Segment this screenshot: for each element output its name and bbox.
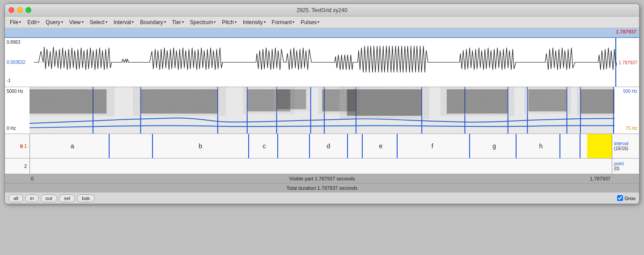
tier2-right-labels: point (0) xyxy=(612,159,639,174)
tier1-icon: 🗎 xyxy=(19,143,24,149)
boundary-11[interactable] xyxy=(559,134,560,158)
svg-rect-28 xyxy=(140,89,217,113)
tier2-content[interactable] xyxy=(30,159,612,174)
menu-pulses[interactable]: Pulses▾ xyxy=(297,18,322,27)
btn-all[interactable]: all xyxy=(8,194,23,202)
tier1-right-labels: interval (16/16) xyxy=(612,134,639,158)
traffic-lights xyxy=(8,7,31,13)
tier2-right-blue: point xyxy=(614,161,624,166)
visible-part: Visible part 1.787937 seconds xyxy=(289,176,355,181)
amplitude-bottom: -1 xyxy=(7,78,11,83)
tier2-right-black: (0) xyxy=(614,166,619,171)
window-title: 2925. TextGrid xy240 xyxy=(297,7,347,13)
menu-edit[interactable]: Edit▾ xyxy=(24,18,42,27)
tier2-number: 2 xyxy=(24,163,27,169)
boundary-3[interactable] xyxy=(248,134,249,158)
boundary-5[interactable] xyxy=(309,134,310,158)
freq-right-top: 500 Hz xyxy=(623,89,637,94)
boundary-12[interactable] xyxy=(580,134,580,158)
menu-spectrum[interactable]: Spectrum▾ xyxy=(187,18,219,27)
maximize-button[interactable] xyxy=(25,7,31,13)
menu-file[interactable]: File▾ xyxy=(7,18,24,27)
svg-rect-27 xyxy=(30,89,106,113)
menu-pitch[interactable]: Pitch▾ xyxy=(219,18,240,27)
cursor-time-right: 1.787937 xyxy=(619,60,637,65)
time-end: 1.787937 xyxy=(590,176,610,181)
tier2-section[interactable]: 2 point (0) xyxy=(5,159,639,174)
menu-bar: File▾ Edit▾ Query▾ View▾ Select▾ Interva… xyxy=(5,17,639,28)
svg-rect-35 xyxy=(580,89,614,113)
freq-right-bottom: 75 Hz xyxy=(626,126,637,131)
interval-h: h xyxy=(539,142,542,150)
boundary-9[interactable] xyxy=(469,134,470,158)
btn-out[interactable]: out xyxy=(41,194,57,202)
selected-interval xyxy=(587,134,612,158)
tier1-content[interactable]: a b c d e f g h xyxy=(30,134,612,158)
interval-c: c xyxy=(263,142,266,150)
tier1-section[interactable]: 🗎 1 a b c xyxy=(5,134,639,159)
time-bar: 0 Visible part 1.787937 seconds 1.787937 xyxy=(5,174,639,183)
btn-in[interactable]: in xyxy=(25,194,39,202)
svg-rect-30 xyxy=(277,89,306,109)
group-check[interactable] xyxy=(617,195,623,201)
cursor-time: 1.787937 xyxy=(616,29,636,34)
boundary-2[interactable] xyxy=(152,134,153,158)
freq-top: 5000 Hz xyxy=(7,89,23,94)
svg-rect-34 xyxy=(528,89,567,112)
tier1-right-black: (16/16) xyxy=(614,146,628,151)
btn-sel[interactable]: sel xyxy=(59,194,75,202)
interval-f: f xyxy=(432,142,433,150)
amplitude-top: 0.8963 xyxy=(7,40,21,45)
menu-select[interactable]: Select▾ xyxy=(87,18,110,27)
boundary-6[interactable] xyxy=(347,134,348,158)
interval-d: d xyxy=(327,142,330,150)
title-bar: 2925. TextGrid xy240 xyxy=(5,4,639,17)
menu-formant[interactable]: Formant▾ xyxy=(269,18,298,27)
interval-g: g xyxy=(492,142,496,150)
menu-interval[interactable]: Interval▾ xyxy=(110,18,137,27)
waveform-labels: 0.8963 0.003632 -1 xyxy=(5,38,34,87)
spectrogram-section[interactable]: 5000 Hz 0 Hz 500 Hz 75 Hz xyxy=(5,87,639,134)
spectrogram-svg xyxy=(30,87,614,134)
boundary-4[interactable] xyxy=(277,134,278,158)
btn-bak[interactable]: bak xyxy=(77,194,95,202)
menu-intensity[interactable]: Intensity▾ xyxy=(240,18,269,27)
boundary-1[interactable] xyxy=(109,134,110,158)
waveform-section[interactable]: 0.8963 0.003632 -1 xyxy=(5,38,639,87)
boundary-7[interactable] xyxy=(362,134,363,158)
svg-rect-32 xyxy=(347,89,422,116)
waveform-canvas[interactable] xyxy=(34,38,617,87)
tier1-number: 1 xyxy=(24,143,27,149)
boundary-10[interactable] xyxy=(516,134,517,158)
svg-rect-33 xyxy=(447,89,508,113)
interval-a: a xyxy=(71,142,74,150)
interval-e: e xyxy=(379,142,383,150)
tier1-right-blue: interval xyxy=(614,141,628,146)
menu-boundary[interactable]: Boundary▾ xyxy=(137,18,169,27)
waveform-svg xyxy=(34,38,617,87)
total-duration: Total duration 1.787937 seconds xyxy=(286,185,357,191)
time-start: 0 xyxy=(31,176,34,181)
amplitude-mid: 0.003632 xyxy=(7,60,25,65)
tier2-label: 2 xyxy=(5,159,30,174)
spectrogram-canvas[interactable] xyxy=(30,87,614,134)
group-label: Grou xyxy=(625,196,636,201)
tier1-label: 🗎 1 xyxy=(5,134,30,158)
menu-view[interactable]: View▾ xyxy=(66,18,87,27)
group-checkbox[interactable]: Grou xyxy=(617,195,636,201)
bottom-bar: all in out sel bak Grou xyxy=(5,192,639,204)
minimize-button[interactable] xyxy=(17,7,23,13)
main-content: 1.787937 0.8963 0.003632 -1 xyxy=(5,28,639,192)
freq-bottom: 0 Hz xyxy=(7,126,16,131)
interval-b: b xyxy=(199,142,202,150)
header-bar[interactable]: 1.787937 xyxy=(5,28,639,38)
duration-bar: Total duration 1.787937 seconds xyxy=(5,183,639,192)
menu-query[interactable]: Query▾ xyxy=(42,18,66,27)
boundary-8[interactable] xyxy=(397,134,398,158)
main-window: 2925. TextGrid xy240 File▾ Edit▾ Query▾ … xyxy=(4,4,640,204)
menu-tier[interactable]: Tier▾ xyxy=(169,18,187,27)
close-button[interactable] xyxy=(8,7,14,13)
